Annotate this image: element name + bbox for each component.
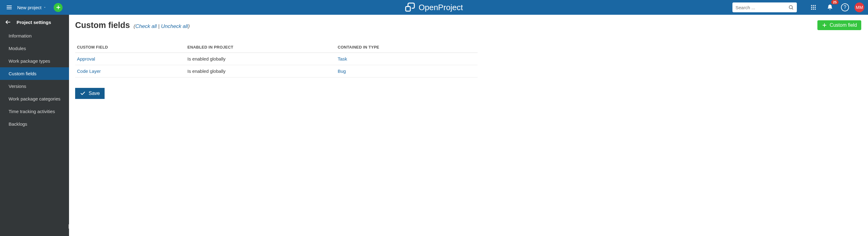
svg-rect-10 <box>815 5 815 6</box>
new-custom-field-label: Custom field <box>830 22 857 28</box>
page-header: Custom fields (Check all | Uncheck all) … <box>75 20 868 30</box>
svg-rect-9 <box>813 5 814 6</box>
sidebar-drag-handle[interactable]: || <box>68 224 68 229</box>
sidebar-item-time-tracking[interactable]: Time tracking activities <box>0 105 69 118</box>
enabled-cell: Is enabled globally <box>186 65 336 77</box>
svg-rect-15 <box>813 8 814 9</box>
svg-rect-14 <box>811 8 812 9</box>
brand: OpenProject <box>405 2 463 12</box>
brand-name: OpenProject <box>418 3 463 12</box>
svg-line-7 <box>792 8 793 9</box>
plus-icon <box>822 22 827 28</box>
svg-rect-11 <box>811 7 812 8</box>
save-button[interactable]: Save <box>75 88 104 99</box>
enabled-cell: Is enabled globally <box>186 53 336 65</box>
global-search[interactable] <box>733 2 797 12</box>
user-avatar[interactable]: MM <box>855 2 864 12</box>
svg-rect-12 <box>813 7 814 8</box>
help-button[interactable]: ? <box>841 3 849 11</box>
svg-rect-13 <box>815 7 815 8</box>
main-content: Custom fields (Check all | Uncheck all) … <box>69 15 868 236</box>
table-row: Approval Is enabled globally Task <box>75 53 477 65</box>
col-header-types: CONTAINED IN TYPE <box>336 42 477 53</box>
uncheck-all-link[interactable]: Uncheck all <box>161 23 188 29</box>
sidebar-item-information[interactable]: Information <box>0 29 69 42</box>
type-link[interactable]: Task <box>338 56 347 61</box>
notifications-button[interactable]: 25 <box>825 2 836 13</box>
svg-point-6 <box>789 5 793 9</box>
plus-icon <box>56 5 61 10</box>
sidebar-back[interactable]: Project settings <box>0 15 69 29</box>
new-custom-field-button[interactable]: Custom field <box>817 20 861 30</box>
sidebar-item-wp-categories[interactable]: Work package categories <box>0 93 69 105</box>
arrow-left-icon <box>5 19 11 25</box>
custom-fields-table: CUSTOM FIELD ENABLED IN PROJECT CONTAINE… <box>75 42 477 77</box>
brand-logo-icon <box>405 2 415 12</box>
check-all-link[interactable]: Check all <box>135 23 157 29</box>
sidebar-item-wp-types[interactable]: Work package types <box>0 55 69 67</box>
check-icon <box>80 90 86 96</box>
table-row: Code Layer Is enabled globally Bug <box>75 65 477 77</box>
check-toggle-links: (Check all | Uncheck all) <box>134 23 190 29</box>
topbar: New project OpenProject 25 ? MM <box>0 0 868 15</box>
hamburger-menu-icon[interactable] <box>4 2 15 13</box>
global-create-button[interactable] <box>54 3 63 12</box>
custom-field-link[interactable]: Approval <box>77 56 95 61</box>
col-header-name: CUSTOM FIELD <box>75 42 186 53</box>
svg-rect-16 <box>815 8 815 9</box>
bell-icon <box>827 4 833 11</box>
notification-badge: 25 <box>831 0 839 4</box>
svg-rect-8 <box>811 5 812 6</box>
sidebar-title: Project settings <box>17 20 51 25</box>
project-selector-label: New project <box>17 5 41 10</box>
search-icon <box>788 5 794 10</box>
project-selector[interactable]: New project <box>17 5 46 10</box>
apps-grid-icon[interactable] <box>808 2 819 13</box>
page-title: Custom fields <box>75 21 130 30</box>
col-header-enabled: ENABLED IN PROJECT <box>186 42 336 53</box>
sidebar-item-custom-fields[interactable]: Custom fields <box>0 67 69 80</box>
svg-rect-5 <box>406 6 410 11</box>
custom-field-link[interactable]: Code Layer <box>77 69 101 74</box>
sidebar-item-versions[interactable]: Versions <box>0 80 69 93</box>
sidebar-item-backlogs[interactable]: Backlogs <box>0 118 69 130</box>
caret-down-icon <box>43 6 46 9</box>
type-link[interactable]: Bug <box>338 69 346 74</box>
sidebar: Project settings Information Modules Wor… <box>0 15 69 236</box>
sidebar-item-modules[interactable]: Modules <box>0 42 69 55</box>
save-button-label: Save <box>89 90 100 96</box>
search-input[interactable] <box>736 5 781 10</box>
topbar-right: 25 ? MM <box>733 2 864 13</box>
